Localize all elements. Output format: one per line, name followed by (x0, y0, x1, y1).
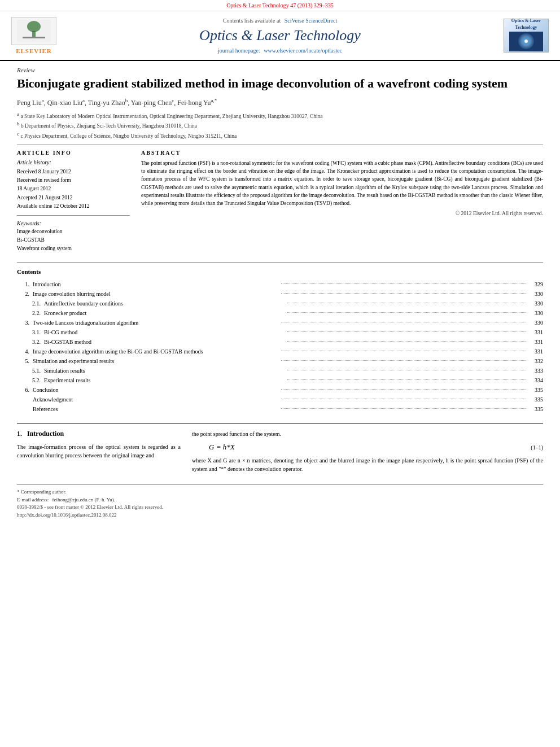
affil-marker-b: b (125, 98, 128, 103)
contents-title: Contents (17, 268, 543, 275)
introduction-left: 1. Introduction The image-formation proc… (17, 430, 181, 473)
affiliation-a: a a State Key Laboratory of Modern Optic… (17, 111, 543, 120)
sciverse-line: Contents lists available at SciVerse Sci… (68, 18, 492, 24)
info-divider (17, 215, 130, 216)
introduction-right-lower: where X and G are n × n matrices, denoti… (192, 456, 543, 473)
affil-marker-a2: a (82, 98, 85, 103)
journal-citation-text: Optics & Laser Technology 47 (2013) 329–… (226, 2, 334, 8)
equation-description: where X and G are n × n matrices, denoti… (192, 456, 543, 473)
main-content: Review Biconjugate gradient stabilized m… (0, 61, 560, 525)
homepage-link[interactable]: www.elsevier.com/locate/optlastec (264, 47, 342, 54)
journal-cover-thumbnail: Optics & Laser Technology (504, 19, 549, 53)
introduction-number: 1. (17, 430, 22, 438)
email-line: E-mail address: feihong@zju.edu.cn (F.-h… (17, 496, 543, 504)
article-info-header: ARTICLE INFO (17, 150, 130, 156)
available-date: Available online 12 October 2012 (17, 202, 130, 211)
author-yanping-chen: Yan-ping Chen (131, 99, 172, 107)
sciverse-link[interactable]: SciVerse ScienceDirect (285, 18, 338, 24)
article-title: Biconjugate gradient stabilized method i… (17, 76, 543, 92)
keyword-3: Wavefront coding system (17, 244, 130, 253)
journal-title: Optics & Laser Technology (68, 27, 492, 44)
elsevier-brand-text: ELSEVIER (16, 47, 52, 54)
abstract-header: ABSTRACT (141, 150, 543, 156)
svg-point-1 (27, 21, 41, 32)
affil-marker-c: c (172, 98, 174, 103)
introduction-left-text: The image-formation process of the optic… (17, 443, 181, 460)
email-address: feihong@zju.edu.cn (F.-h. Yu). (52, 497, 115, 503)
abstract-col: ABSTRACT The point spread function (PSF)… (141, 150, 543, 254)
elsevier-logo-image (11, 17, 56, 45)
accepted-date: Accepted 21 August 2012 (17, 194, 130, 202)
author-feihong-yu: Fei-hong Yu (177, 99, 211, 107)
svg-rect-3 (23, 37, 45, 38)
affiliations-block: a a State Key Laboratory of Modern Optic… (17, 111, 543, 140)
affil-marker-a3: a,* (211, 98, 217, 103)
article-info-abstract: ARTICLE INFO Article history: Received 8… (17, 150, 543, 254)
divider-1 (17, 145, 543, 145)
copyright-line: © 2012 Elsevier Ltd. All rights reserved… (141, 211, 543, 216)
journal-homepage: journal homepage: www.elsevier.com/locat… (68, 47, 492, 54)
article-dates: Received 8 January 2012 Received in revi… (17, 168, 130, 211)
introduction-section: 1. Introduction The image-formation proc… (17, 423, 543, 473)
toc-item-refs: References 335 (17, 404, 543, 414)
elsevier-logo-block: ELSEVIER (11, 17, 56, 54)
introduction-title: Introduction (27, 430, 64, 438)
toc-list: 1. Introduction 329 2. Image convolution… (17, 279, 543, 414)
introduction-heading: 1. Introduction (17, 430, 181, 438)
author-peng-liu: Peng Liu (17, 99, 42, 107)
history-label: Article history: (17, 159, 130, 165)
introduction-right: the point spread function of the system.… (192, 430, 543, 473)
doi-line: http://dx.doi.org/10.1016/j.optlastec.20… (17, 512, 543, 519)
affiliation-c: c c Physics Department, College of Scien… (17, 130, 543, 140)
email-label: E-mail address: (17, 497, 49, 503)
received-revised-date: 18 August 2012 (17, 185, 130, 193)
issn-line: 0030-3992/$ - see front matter © 2012 El… (17, 504, 543, 512)
article-type-tag: Review (17, 67, 543, 73)
journal-header-center: Contents lists available at SciVerse Sci… (56, 18, 504, 54)
authors-line: Peng Liua, Qin-xiao Liua, Ting-yu Zhaob,… (17, 98, 543, 107)
journal-header: ELSEVIER Contents lists available at Sci… (0, 11, 560, 61)
contents-section: Contents 1. Introduction 329 2. Image co… (17, 262, 543, 414)
equation-block: G = h*X (1–1) (192, 443, 543, 452)
page-footer: * Corresponding author. E-mail address: … (17, 484, 543, 519)
article-info-col: ARTICLE INFO Article history: Received 8… (17, 150, 130, 254)
author-tingyu-zhao: Ting-yu Zhao (88, 99, 125, 107)
keywords-list: Image deconvolution Bi-CGSTAB Wavefront … (17, 228, 130, 254)
received-revised-label: Received in revised form (17, 176, 130, 185)
affiliation-b: b b Department of Physics, Zhejiang Sci-… (17, 120, 543, 130)
keyword-2: Bi-CGSTAB (17, 236, 130, 244)
corresponding-note: * Corresponding author. (17, 488, 543, 496)
journal-citation-bar: Optics & Laser Technology 47 (2013) 329–… (0, 0, 560, 11)
equation-formula: G = h*X (209, 443, 235, 452)
received-date: Received 8 January 2012 (17, 168, 130, 176)
keywords-label: Keywords: (17, 220, 130, 226)
abstract-text: The point spread function (PSF) is a non… (141, 159, 543, 208)
affil-marker-a1: a (42, 98, 44, 103)
svg-point-7 (524, 40, 528, 43)
keyword-1: Image deconvolution (17, 228, 130, 236)
introduction-right-intro: the point spread function of the system. (192, 430, 543, 438)
equation-number: (1–1) (531, 444, 543, 451)
author-qinxiao-liu: Qin-xiao Liu (47, 99, 82, 107)
